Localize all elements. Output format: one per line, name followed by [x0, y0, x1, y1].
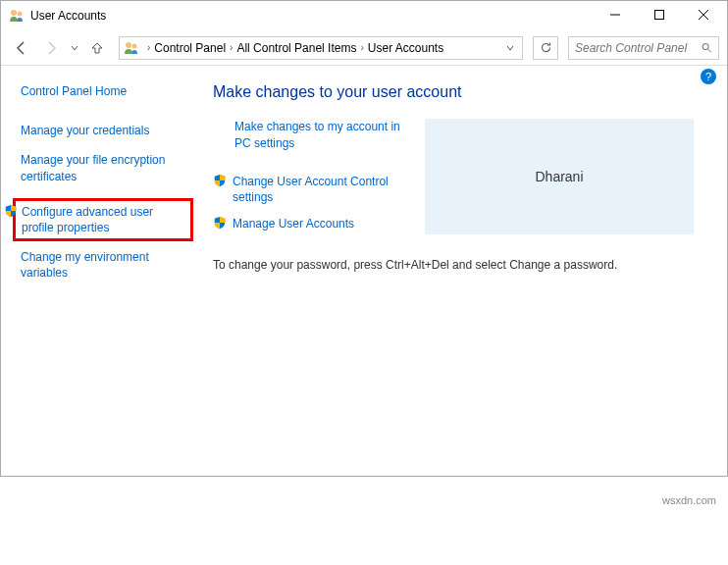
svg-point-7: [132, 43, 137, 48]
svg-point-6: [126, 42, 131, 48]
link-uac-settings[interactable]: Change User Account Control settings: [233, 174, 409, 207]
minimize-button[interactable]: [593, 1, 637, 28]
search-box[interactable]: [568, 36, 719, 60]
search-input[interactable]: [575, 41, 702, 55]
maximize-button[interactable]: [637, 1, 681, 28]
watermark: wsxdn.com: [662, 494, 716, 506]
shield-icon: [4, 204, 18, 218]
history-dropdown[interactable]: [68, 44, 81, 52]
forward-button[interactable]: [38, 35, 64, 61]
window-title: User Accounts: [30, 9, 593, 23]
account-name: Dharani: [535, 169, 583, 184]
link-pc-settings[interactable]: Make changes to my account in PC setting…: [234, 119, 409, 152]
svg-point-1: [18, 12, 23, 17]
user-accounts-icon: [9, 8, 25, 24]
help-icon[interactable]: ?: [701, 69, 716, 84]
password-instruction: To change your password, press Ctrl+Alt+…: [213, 258, 709, 272]
navbar: › Control Panel › All Control Panel Item…: [1, 30, 727, 66]
breadcrumb-dropdown[interactable]: [502, 44, 518, 52]
shield-icon: [213, 216, 227, 230]
sidebar-item-label: Configure advanced user profile properti…: [22, 204, 186, 235]
sidebar: Control Panel Home Manage your credentia…: [1, 66, 205, 476]
svg-point-8: [702, 43, 708, 49]
breadcrumb-item-control-panel[interactable]: Control Panel: [154, 41, 226, 55]
sidebar-environment-vars[interactable]: Change my environment variables: [21, 249, 193, 281]
refresh-button[interactable]: [533, 36, 558, 60]
chevron-right-icon: ›: [147, 42, 150, 53]
user-accounts-icon: [124, 40, 139, 56]
link-manage-accounts[interactable]: Manage User Accounts: [233, 216, 354, 232]
svg-line-9: [708, 49, 711, 52]
shield-icon: [213, 174, 227, 187]
search-icon: [702, 42, 712, 54]
sidebar-configure-profile[interactable]: Configure advanced user profile properti…: [13, 198, 193, 241]
account-card: Dharani: [425, 119, 694, 234]
sidebar-manage-credentials[interactable]: Manage your credentials: [21, 123, 193, 138]
chevron-right-icon: ›: [360, 42, 363, 53]
titlebar: User Accounts: [1, 1, 727, 30]
up-button[interactable]: [85, 36, 109, 60]
breadcrumb[interactable]: › Control Panel › All Control Panel Item…: [119, 36, 523, 60]
main-content: Make changes to your user account Make c…: [205, 66, 727, 476]
breadcrumb-item-user-accounts[interactable]: User Accounts: [368, 41, 443, 55]
chevron-right-icon: ›: [230, 42, 233, 53]
svg-point-0: [11, 10, 17, 16]
sidebar-manage-encryption-certs[interactable]: Manage your file encryption certificates: [21, 152, 193, 183]
control-panel-home-link[interactable]: Control Panel Home: [21, 83, 193, 99]
svg-rect-3: [654, 11, 663, 20]
close-button[interactable]: [681, 1, 725, 28]
breadcrumb-item-all-items[interactable]: All Control Panel Items: [236, 41, 356, 55]
back-button[interactable]: [9, 35, 34, 61]
page-heading: Make changes to your user account: [213, 83, 709, 101]
